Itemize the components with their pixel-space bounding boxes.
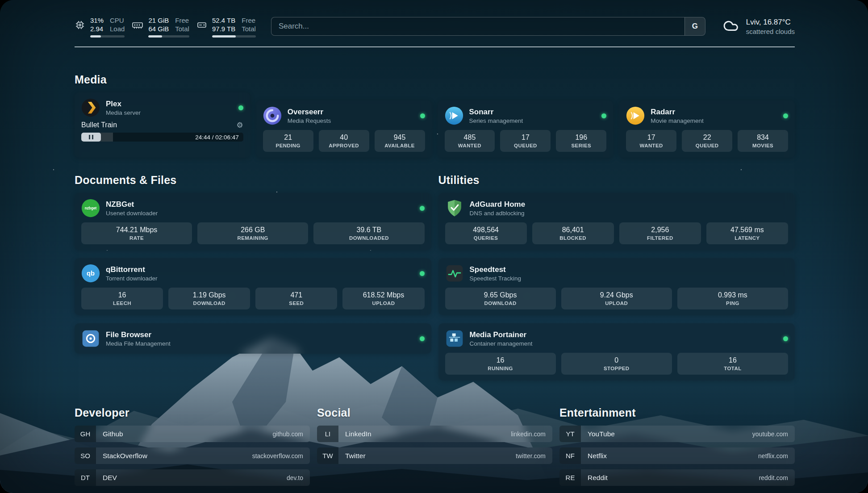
stat-leech: 16 LEECH [81,288,163,309]
search-provider-button[interactable]: G [684,17,705,35]
bookmark-linkedin[interactable]: LI LinkedIn linkedin.com [317,426,552,442]
cpu-metric: 31% CPU 2.94 Load [75,15,125,38]
service-card-portainer[interactable]: Media Portainer Container management 16 … [438,323,795,380]
service-name: qBittorrent [106,265,158,274]
bookmark-dev[interactable]: DT DEV dev.to [75,469,310,486]
stat-queued: 17 QUEUED [500,130,551,152]
status-dot [783,113,788,118]
service-name: File Browser [106,330,171,339]
disk-free-label: Free [242,16,256,25]
dashboard: 31% CPU 2.94 Load [0,0,868,493]
bookmark-youtube[interactable]: YT YouTube youtube.com [559,426,795,442]
cloud-icon [722,18,740,34]
ram-free-label: Free [175,16,189,25]
section-title-utilities: Utilities [438,174,795,187]
stat-queries: 498,564 QUERIES [445,222,527,244]
bookmark-reddit[interactable]: RE Reddit reddit.com [559,469,795,486]
nzbget-icon: nzbget [81,199,100,217]
search-bar: G [271,17,705,36]
bookmark-stackoverflow[interactable]: SO StackOverflow stackoverflow.com [75,447,310,464]
disk-icon [196,20,207,32]
ram-total-value: 64 GiB [148,25,169,33]
sonarr-icon [445,106,463,125]
service-name: Speedtest [470,265,522,274]
stat-filtered: 2,956 FILTERED [619,222,701,244]
cpu-icon [75,20,85,32]
stat-queued: 22 QUEUED [682,130,732,152]
bookmark-github[interactable]: GH Github github.com [75,426,310,442]
section-title-entertainment: Entertainment [559,406,795,419]
stat-running: 16 RUNNING [445,353,556,375]
bookmark-name: StackOverflow [96,447,147,464]
service-desc: DNS and adblocking [470,209,526,217]
search-input[interactable] [271,17,684,35]
service-card-overseerr[interactable]: Overseerr Media Requests 21 PENDING 40 A… [256,100,432,158]
plex-icon [81,98,100,117]
section-title-media: Media [75,73,795,86]
bookmark-abbr: DT [75,469,96,486]
status-dot [420,271,425,276]
weather-widget[interactable]: Lviv, 16.87°C scattered clouds [722,17,795,36]
service-card-speedtest[interactable]: Speedtest Speedtest Tracking 9.65 Gbps D… [438,258,795,315]
service-card-adguard[interactable]: AdGuard Home DNS and adblocking 498,564 … [438,193,795,250]
stat-remaining: 266 GB REMAINING [197,222,308,244]
bookmark-url: youtube.com [752,426,795,442]
disk-free-value: 52.4 TB [212,16,235,25]
disk-metric: 52.4 TB Free 97.9 TB Total [196,15,256,38]
stat-stopped: 0 STOPPED [561,353,672,375]
service-card-radarr[interactable]: Radarr Movie management 17 WANTED 22 QUE… [619,100,795,158]
stat-ping: 0.993 ms PING [677,288,788,309]
radarr-icon [626,106,645,125]
speedtest-icon [445,264,464,283]
filebrowser-icon [81,329,100,348]
stat-rate: 744.21 Mbps RATE [81,222,192,244]
service-desc: Series management [469,117,523,125]
service-card-filebrowser[interactable]: File Browser Media File Management [75,323,431,354]
top-bar: 31% CPU 2.94 Load [75,15,795,38]
service-card-plex[interactable]: Plex Media server Bullet Train ⚙ 24:44 /… [75,92,250,158]
cpu-load-value: 2.94 [90,25,104,33]
bookmark-twitter[interactable]: TW Twitter twitter.com [317,447,552,464]
service-desc: Speedtest Tracking [470,275,522,282]
disk-total-label: Total [242,25,256,33]
status-dot [783,336,788,341]
status-dot [420,113,425,118]
adguard-icon [445,199,464,217]
service-name: Overseerr [288,107,331,117]
cpu-progress-bar [90,35,125,38]
qbittorrent-icon: qb [81,264,100,283]
svg-text:qb: qb [87,270,95,277]
cpu-usage-label: CPU [110,16,125,25]
service-card-nzbget[interactable]: nzbget NZBGet Usenet downloader 744.21 M… [75,193,431,250]
service-card-sonarr[interactable]: Sonarr Series management 485 WANTED 17 Q… [438,100,613,158]
bookmark-url: linkedin.com [511,426,552,442]
ram-metric: 21 GiB Free 64 GiB Total [132,15,189,38]
stat-upload: 618.52 Mbps UPLOAD [342,288,424,309]
bookmark-url: twitter.com [516,447,552,464]
service-name: Media Portainer [470,330,533,339]
bookmark-url: netflix.com [758,447,795,464]
settings-gear-icon[interactable]: ⚙ [237,121,243,129]
playback-progress-bar[interactable]: 24:44 / 02:06:47 [81,133,243,142]
bookmark-abbr: RE [559,469,581,486]
stat-approved: 40 APPROVED [319,130,369,152]
service-card-qbittorrent[interactable]: qb qBittorrent Torrent downloader 16 LEE… [75,258,431,315]
pause-button[interactable] [81,133,101,142]
bookmark-netflix[interactable]: NF Netflix netflix.com [559,447,795,464]
stat-download: 9.65 Gbps DOWNLOAD [445,288,556,309]
section-title-files: Documents & Files [75,174,431,187]
section-media: Media Plex [75,73,795,158]
bookmark-abbr: TW [317,447,338,464]
status-dot [601,113,606,118]
service-name: Radarr [651,107,704,117]
bookmark-url: github.com [273,426,310,442]
stat-downloaded: 39.6 TB DOWNLOADED [313,222,424,244]
bookmark-name: Twitter [338,447,366,464]
bookmark-name: Reddit [581,469,608,486]
service-desc: Usenet downloader [106,209,158,217]
bookmark-name: YouTube [581,426,615,442]
service-desc: Media Requests [288,117,331,125]
overseerr-icon [263,106,282,125]
service-desc: Media File Management [106,340,171,347]
playback-time: 24:44 / 02:06:47 [195,134,243,141]
